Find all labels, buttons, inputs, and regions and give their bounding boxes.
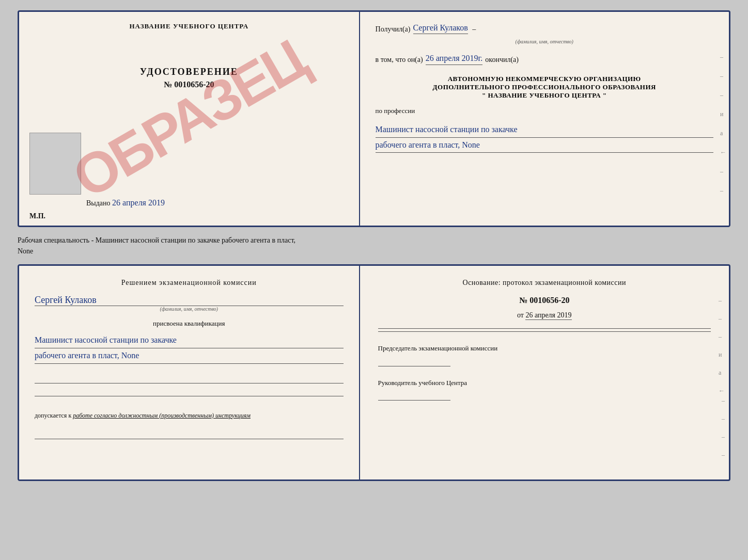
predsedatel-sig-line	[378, 356, 450, 366]
bottom-doc-left: Решением экзаменационной комиссии Сергей…	[19, 266, 360, 479]
qual-block: Машинист насосной станции по закачке раб…	[35, 333, 344, 364]
osnovanie-title: Основание: протокол экзаменационной коми…	[378, 279, 711, 287]
between-line2: None	[18, 246, 730, 257]
profession-line1: Машинист насосной станции по закачке	[376, 122, 713, 138]
bottom-number: № 0010656-20	[378, 296, 711, 305]
v-tom-field: в том, что он(а) 26 апреля 2019г. окончи…	[376, 53, 713, 65]
vydano-label: Выдано	[86, 199, 111, 207]
qual-line2: рабочего агента в пласт, None	[35, 348, 344, 364]
udostoverenie-block: УДОСТОВЕРЕНИЕ № 0010656-20	[140, 67, 238, 89]
between-text: Рабочая специальность - Машинист насосно…	[18, 232, 730, 259]
org-line3: " НАЗВАНИЕ УЧЕБНОГО ЦЕНТРА "	[376, 91, 713, 100]
blank-lines-left-bottom	[35, 429, 344, 442]
top-left-title: НАЗВАНИЕ УЧЕБНОГО ЦЕНТРА	[129, 22, 248, 30]
v-tom-label: в том, что он(а)	[376, 55, 423, 65]
predsedatel-label: Председатель экзаменационной комиссии	[378, 343, 711, 354]
ot-date: 26 апреля 2019	[525, 311, 571, 320]
profession-block: Машинист насосной станции по закачке раб…	[376, 122, 713, 153]
person-name: Сергей Кулаков	[35, 295, 344, 306]
bottom-doc-right: Основание: протокол экзаменационной коми…	[360, 266, 729, 479]
udostoverenie-number: № 0010656-20	[140, 80, 238, 89]
bottom-document: Решением экзаменационной комиссии Сергей…	[18, 264, 730, 481]
dopuskaetsya-value: работе согласно должностным (производств…	[73, 412, 251, 419]
rukovoditel-sig-line	[378, 390, 450, 401]
poluchil-label: Получил(а)	[376, 24, 411, 35]
org-block: АВТОНОМНУЮ НЕКОММЕРЧЕСКУЮ ОРГАНИЗАЦИЮ ДО…	[376, 75, 713, 100]
top-right-side-marks: – – – и а ← – –	[720, 53, 726, 195]
watermark-obrazec: ОБРАЗЕЦ	[64, 30, 314, 207]
predsedatel-block: Председатель экзаменационной комиссии	[378, 343, 711, 366]
document-container: НАЗВАНИЕ УЧЕБНОГО ЦЕНТРА ОБРАЗЕЦ УДОСТОВ…	[18, 10, 730, 481]
top-document: НАЗВАНИЕ УЧЕБНОГО ЦЕНТРА ОБРАЗЕЦ УДОСТОВ…	[18, 10, 730, 227]
bottom-right-side-marks: – – – и а ←	[719, 297, 725, 395]
blank-lines-left	[35, 373, 344, 399]
profession-line2: рабочего агента в пласт, None	[376, 138, 713, 153]
v-tom-date: 26 апреля 2019г.	[426, 53, 483, 65]
dopuskaetsya-label: допускается к	[35, 412, 71, 419]
photo-placeholder	[29, 133, 81, 195]
right-dashes-top	[378, 328, 711, 332]
okonchil-label: окончил(а)	[485, 55, 519, 65]
org-line1: АВТОНОМНУЮ НЕКОММЕРЧЕСКУЮ ОРГАНИЗАЦИЮ	[376, 75, 713, 83]
person-block: Сергей Кулаков (фамилия, имя, отчество)	[35, 292, 344, 312]
poluchil-value: Сергей Кулаков	[413, 22, 468, 34]
familiya-hint-bottom: (фамилия, имя, отчество)	[35, 306, 344, 312]
vydano-line: Выдано 26 апреля 2019	[86, 198, 165, 207]
prisvoena-text: присвоена квалификация	[35, 319, 344, 328]
po-professii: по профессии	[376, 107, 713, 115]
mp-label: М.П.	[29, 212, 45, 220]
top-doc-right: Получил(а) Сергей Кулаков – (фамилия, им…	[360, 12, 729, 226]
familiya-hint-top: (фамилия, имя, отчество)	[516, 39, 573, 44]
udostoverenie-title: УДОСТОВЕРЕНИЕ	[140, 67, 238, 77]
bottom-right-side-marks-lower: – – – –	[722, 397, 725, 459]
ot-label: от	[517, 311, 524, 319]
between-line1: Рабочая специальность - Машинист насосно…	[18, 235, 730, 246]
rukovoditel-label: Руководитель учебного Центра	[378, 378, 711, 388]
dopuskaetsya-block: допускается к работе согласно должностны…	[35, 412, 344, 420]
vydano-date: 26 апреля 2019	[112, 198, 165, 207]
komissia-title: Решением экзаменационной комиссии	[35, 279, 344, 287]
rukovoditel-block: Руководитель учебного Центра	[378, 378, 711, 401]
poluchil-field: Получил(а) Сергей Кулаков –	[376, 22, 713, 34]
org-line2: ДОПОЛНИТЕЛЬНОГО ПРОФЕССИОНАЛЬНОГО ОБРАЗО…	[376, 83, 713, 91]
ot-block: от 26 апреля 2019	[378, 311, 711, 319]
qual-line1: Машинист насосной станции по закачке	[35, 333, 344, 348]
top-doc-left: НАЗВАНИЕ УЧЕБНОГО ЦЕНТРА ОБРАЗЕЦ УДОСТОВ…	[19, 12, 360, 226]
